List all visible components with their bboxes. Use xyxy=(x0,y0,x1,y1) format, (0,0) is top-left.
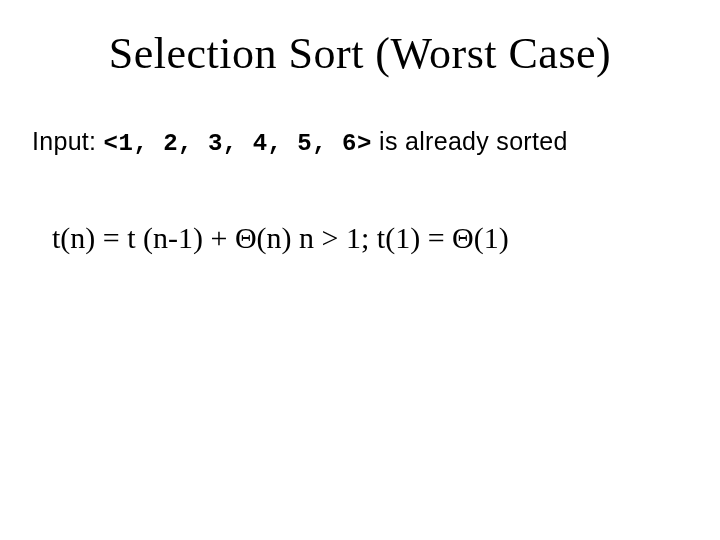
input-sequence: <1, 2, 3, 4, 5, 6> xyxy=(104,130,372,157)
input-suffix: is already sorted xyxy=(379,127,568,155)
input-label: Input: xyxy=(32,127,96,155)
slide: Selection Sort (Worst Case) Input: <1, 2… xyxy=(0,0,720,540)
slide-title: Selection Sort (Worst Case) xyxy=(30,28,690,79)
input-line: Input: <1, 2, 3, 4, 5, 6> is already sor… xyxy=(32,127,690,157)
recurrence-relation: t(n) = t (n-1) + Θ(n) n > 1; t(1) = Θ(1) xyxy=(52,221,690,255)
